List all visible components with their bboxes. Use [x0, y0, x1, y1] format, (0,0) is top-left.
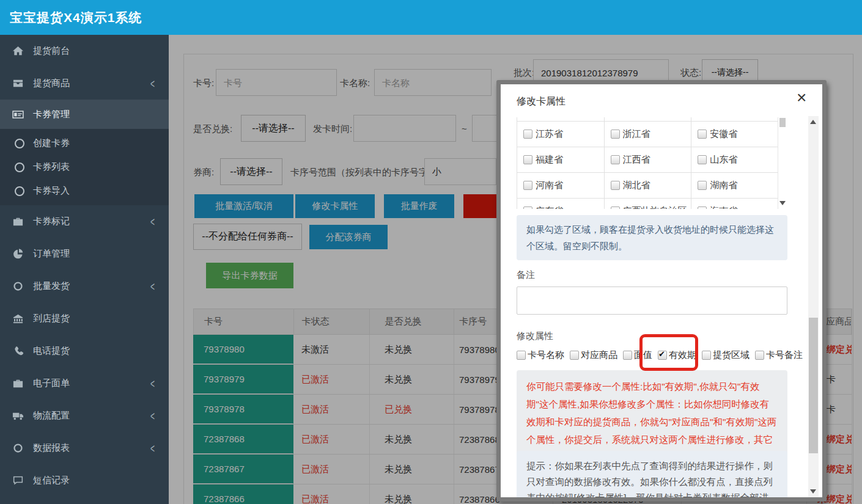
- attr-checkbox-卡号名称[interactable]: [517, 351, 526, 360]
- province-label: 江苏省: [536, 128, 563, 140]
- sidebar-submenu: 创建卡券卡券列表卡券导入: [0, 129, 169, 205]
- sidebar-subitem-卡券导入[interactable]: 卡券导入: [0, 179, 169, 203]
- province-label: 湖北省: [623, 180, 650, 191]
- scroll-down-icon[interactable]: [810, 489, 816, 494]
- sidebar-subitem-创建卡券[interactable]: 创建卡券: [0, 131, 169, 155]
- province-checkbox[interactable]: [611, 206, 620, 209]
- scroll-up-icon[interactable]: [810, 120, 816, 124]
- attr-label: 面值: [634, 349, 652, 361]
- province-checkbox[interactable]: [611, 155, 620, 164]
- province-row: 广东省广西壮族自治区海南省: [517, 199, 779, 209]
- attr-item-提货区域: 提货区域: [702, 349, 750, 361]
- province-checkbox[interactable]: [611, 130, 620, 139]
- sidebar-item-电子面单[interactable]: 电子面单<: [0, 367, 169, 400]
- province-checkbox[interactable]: [611, 181, 620, 190]
- province-checkbox[interactable]: [698, 206, 707, 209]
- circle-icon: [15, 186, 24, 196]
- scroll-down-icon[interactable]: [779, 201, 786, 205]
- sidebar-item-label: 到店提货: [33, 313, 70, 324]
- sidebar-item-批量发货[interactable]: 批量发货<: [0, 270, 169, 302]
- app-title: 宝宝提货X4演示1系统: [0, 0, 862, 35]
- sidebar-subitem-卡券列表[interactable]: 卡券列表: [0, 155, 169, 179]
- province-row: 江苏省浙江省安徽省: [517, 122, 779, 147]
- sidebar-subitem-label: 卡券导入: [33, 185, 70, 197]
- briefcase-icon: [12, 378, 24, 389]
- close-icon[interactable]: ×: [797, 89, 806, 106]
- chevron-left-icon: <: [150, 376, 155, 390]
- sidebar-item-label: 订单管理: [33, 248, 70, 260]
- chevron-left-icon: <: [150, 214, 155, 228]
- province-checkbox[interactable]: [523, 181, 532, 190]
- province-cell: 安徽省: [691, 122, 779, 147]
- attr-checkbox-提货区域[interactable]: [702, 351, 711, 360]
- sidebar-item-短信记录[interactable]: 短信记录: [0, 464, 169, 497]
- sidebar-item-label: 电子面单: [33, 378, 70, 389]
- sidebar-item-提货商品[interactable]: 提货商品<: [0, 67, 169, 100]
- attrs-checkbox-row: 卡号名称对应商品面值有效期提货区域卡号备注: [517, 349, 804, 361]
- province-checkbox[interactable]: [698, 130, 707, 139]
- province-row: [517, 117, 779, 122]
- attr-checkbox-对应商品[interactable]: [570, 351, 579, 360]
- province-cell: 广西壮族自治区: [605, 199, 692, 209]
- chevron-left-icon: <: [150, 279, 155, 293]
- circle-icon: [15, 163, 24, 172]
- province-cell: 湖南省: [691, 173, 779, 199]
- province-label: 湖南省: [710, 180, 737, 191]
- sidebar-item-卡券标记[interactable]: 卡券标记<: [0, 205, 169, 238]
- modal-scrollbar-thumb[interactable]: [809, 318, 818, 453]
- province-label: 广东省: [536, 205, 563, 209]
- sidebar-item-卡券管理[interactable]: 卡券管理: [0, 100, 169, 129]
- province-label: 福建省: [536, 154, 563, 166]
- province-label: 安徽省: [710, 128, 737, 140]
- province-cell: [517, 117, 605, 122]
- province-cell: 福建省: [517, 147, 605, 173]
- sidebar-subitem-label: 卡券列表: [33, 161, 70, 173]
- attr-item-有效期: 有效期: [658, 349, 696, 361]
- sidebar-item-数据报表[interactable]: 数据报表<: [0, 432, 169, 464]
- province-label: 河南省: [536, 180, 563, 191]
- sidebar-item-物流配置[interactable]: 物流配置<: [0, 400, 169, 432]
- sidebar-item-label: 批量发货: [33, 280, 70, 292]
- modal-scrollbar[interactable]: [808, 116, 819, 497]
- province-cell: [691, 117, 779, 122]
- circle-icon: [12, 280, 24, 292]
- province-label: 山东省: [710, 154, 737, 166]
- province-checkbox[interactable]: [523, 130, 532, 139]
- hint-text: 提示：你如果在列表中先点了查询得到的结果进行操作，则只对查询的数据修改有效。如果…: [517, 451, 787, 502]
- app-header: 宝宝提货X4演示1系统: [0, 0, 862, 35]
- circle-icon: [15, 139, 24, 148]
- chevron-left-icon: <: [150, 409, 155, 422]
- province-scrollbar-thumb[interactable]: [779, 118, 786, 127]
- province-checkbox[interactable]: [523, 206, 532, 209]
- province-scrollbar[interactable]: [778, 117, 787, 209]
- attr-label: 卡号备注: [766, 349, 803, 361]
- province-cell: 海南省: [691, 199, 779, 209]
- modify-card-modal: 修改卡属性 × 江苏省浙江省安徽省福建省江西省山东省河南省湖北省湖南省广东省广西…: [496, 80, 827, 502]
- attr-item-对应商品: 对应商品: [570, 349, 617, 361]
- home-icon: [12, 45, 24, 57]
- sidebar-item-label: 物流配置: [33, 410, 70, 422]
- attr-checkbox-有效期[interactable]: [658, 351, 667, 360]
- sidebar-subitem-label: 创建卡券: [33, 137, 70, 149]
- province-cell: 江苏省: [517, 122, 605, 147]
- sidebar-item-提货前台[interactable]: 提货前台: [0, 35, 169, 67]
- province-checkbox[interactable]: [698, 181, 707, 190]
- sidebar-item-到店提货[interactable]: 到店提货: [0, 302, 169, 335]
- sidebar-item-label: 提货前台: [33, 45, 70, 57]
- sidebar-item-订单管理[interactable]: 订单管理: [0, 238, 169, 270]
- sidebar-item-电话提货[interactable]: 电话提货: [0, 335, 169, 367]
- attr-item-卡号名称: 卡号名称: [517, 349, 564, 361]
- chevron-left-icon: <: [150, 441, 155, 455]
- province-label: 广西壮族自治区: [623, 205, 687, 209]
- attr-checkbox-卡号备注[interactable]: [755, 351, 764, 360]
- province-checkbox[interactable]: [523, 155, 532, 164]
- comment-icon: [12, 475, 24, 486]
- pie-icon: [12, 248, 24, 260]
- phone-icon: [12, 345, 24, 357]
- province-checkbox[interactable]: [698, 155, 707, 164]
- sidebar-item-more[interactable]: [0, 497, 169, 504]
- shop-icon: [12, 313, 24, 324]
- attr-label: 对应商品: [581, 349, 617, 361]
- remark-textarea[interactable]: [517, 287, 787, 315]
- attr-checkbox-面值[interactable]: [623, 351, 632, 360]
